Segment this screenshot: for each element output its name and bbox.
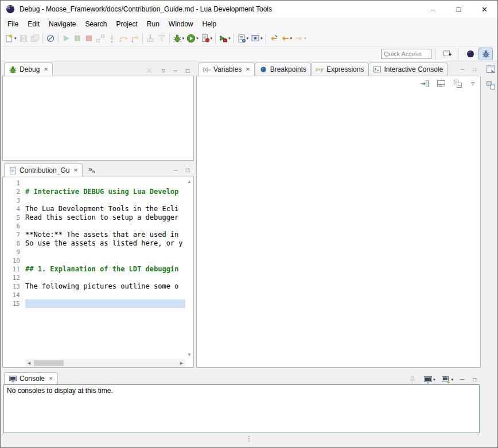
menu-search[interactable]: Search — [80, 18, 111, 30]
dropdown-arrow-icon[interactable]: ▾ — [14, 36, 17, 41]
suspend-button[interactable] — [72, 32, 83, 45]
close-button[interactable]: ✕ — [472, 1, 497, 18]
line-number[interactable]: 11 — [3, 265, 25, 274]
disconnect-button[interactable] — [95, 32, 106, 45]
collapse-all-button[interactable] — [452, 77, 464, 90]
menu-run[interactable]: Run — [142, 18, 164, 30]
dropdown-arrow-icon[interactable]: ▾ — [290, 36, 293, 41]
restore-view-stack-icon[interactable] — [485, 80, 496, 90]
restore-editor-area-icon[interactable] — [485, 64, 496, 74]
dropdown-arrow-icon[interactable]: ▾ — [228, 36, 231, 41]
tab-console[interactable]: Console ✕ — [4, 372, 58, 384]
minimize-button[interactable]: ─ — [458, 65, 466, 73]
last-edit-location-button[interactable] — [268, 32, 279, 45]
new-wizard-button[interactable]: ▾ — [3, 32, 18, 45]
skip-breakpoints-button[interactable] — [45, 32, 56, 45]
scroll-right-icon[interactable]: ► — [178, 359, 185, 367]
use-step-filters-button[interactable] — [156, 32, 168, 45]
step-into-button[interactable] — [106, 32, 118, 45]
menu-project[interactable]: Project — [111, 18, 142, 30]
line-number[interactable]: 6 — [3, 222, 25, 231]
dropdown-arrow-icon[interactable]: ▾ — [260, 36, 263, 41]
tab-contribution-guide[interactable]: Contribution_Gu ✕ — [4, 163, 83, 177]
line-number[interactable]: 2 — [3, 188, 25, 196]
maximize-button[interactable]: □ — [470, 376, 478, 384]
menu-help[interactable]: Help — [198, 18, 221, 30]
run-history-button[interactable]: ▾ — [200, 32, 214, 45]
hidden-editors-indicator[interactable]: »5 — [88, 165, 95, 174]
dropdown-arrow-icon[interactable]: ▾ — [182, 36, 185, 41]
tab-debug[interactable]: Debug ✕ — [4, 63, 53, 76]
tab-interactive-console[interactable]: Interactive Console — [368, 63, 448, 76]
back-button[interactable]: ▾ — [279, 32, 294, 45]
resume-button[interactable] — [60, 32, 72, 45]
save-all-button[interactable] — [29, 32, 41, 45]
minimize-button[interactable]: – — [420, 1, 446, 18]
editor-content[interactable]: 12# Interactive DEBUG using Lua Develop3… — [2, 177, 194, 368]
show-logical-structure-button[interactable] — [419, 77, 430, 90]
line-number[interactable]: 12 — [3, 274, 25, 282]
tab-breakpoints[interactable]: Breakpoints — [255, 63, 311, 76]
close-tab-icon[interactable]: ✕ — [73, 167, 78, 173]
open-perspective-button[interactable] — [440, 48, 454, 60]
menu-window[interactable]: Window — [164, 18, 198, 30]
maximize-button[interactable]: □ — [470, 65, 478, 73]
line-number[interactable]: 5 — [3, 213, 25, 222]
view-menu-button[interactable]: ▽ — [469, 80, 477, 88]
drop-to-frame-button[interactable] — [145, 32, 156, 45]
editor-text-area[interactable]: 12# Interactive DEBUG using Lua Develop3… — [3, 177, 185, 359]
debug-perspective-button[interactable] — [478, 48, 493, 60]
close-tab-icon[interactable]: ✕ — [246, 67, 250, 72]
editor-vertical-scrollbar[interactable]: ▲ ▼ — [185, 177, 193, 359]
line-number[interactable]: 7 — [3, 231, 25, 239]
close-tab-icon[interactable]: ✕ — [44, 67, 48, 72]
scrollbar-thumb[interactable] — [34, 360, 64, 366]
maximize-button[interactable]: □ — [184, 166, 192, 174]
terminate-button[interactable] — [83, 32, 95, 45]
dropdown-arrow-icon[interactable]: ▾ — [211, 36, 213, 41]
forward-button[interactable]: ▾ — [293, 32, 308, 45]
line-number[interactable]: 15 — [3, 299, 25, 308]
external-tools-button[interactable]: ▾ — [217, 32, 232, 45]
dropdown-arrow-icon[interactable]: ▾ — [304, 36, 306, 41]
ldt-perspective-button[interactable] — [463, 48, 477, 60]
line-number[interactable]: 4 — [3, 205, 25, 213]
menu-edit[interactable]: Edit — [23, 18, 44, 30]
dropdown-arrow-icon[interactable]: ▾ — [247, 36, 249, 41]
scroll-up-icon[interactable]: ▲ — [187, 179, 192, 184]
line-number[interactable]: 10 — [3, 256, 25, 265]
scroll-down-icon[interactable]: ▼ — [187, 352, 192, 357]
close-tab-icon[interactable]: ✕ — [49, 376, 53, 381]
menu-file[interactable]: File — [3, 18, 23, 30]
line-number[interactable]: 3 — [3, 196, 25, 205]
minimize-button[interactable]: ─ — [458, 376, 466, 384]
tab-expressions[interactable]: x+yExpressions — [311, 63, 368, 76]
menu-navigate[interactable]: Navigate — [44, 18, 80, 30]
line-number[interactable]: 1 — [3, 179, 25, 188]
dropdown-arrow-icon[interactable]: ▾ — [196, 36, 199, 41]
maximize-button[interactable]: □ — [446, 1, 472, 18]
line-number[interactable]: 13 — [3, 282, 25, 291]
maximize-button[interactable]: □ — [184, 67, 192, 76]
line-number[interactable]: 8 — [3, 239, 25, 248]
view-menu-button[interactable]: ▽ — [159, 67, 168, 76]
save-button[interactable] — [18, 32, 29, 45]
new-lua-file-button[interactable]: ▾ — [236, 32, 250, 45]
step-over-button[interactable] — [118, 32, 129, 45]
line-number[interactable]: 9 — [3, 248, 25, 256]
open-lua-element-button[interactable]: ▾ — [250, 32, 264, 45]
scroll-left-icon[interactable]: ◄ — [25, 359, 33, 367]
minimize-button[interactable]: ─ — [172, 166, 180, 174]
run-button[interactable]: ▾ — [185, 32, 200, 45]
quick-access-input[interactable] — [381, 49, 431, 59]
minimize-button[interactable]: ─ — [172, 67, 180, 76]
dropdown-arrow-icon[interactable]: ▾ — [451, 377, 453, 382]
line-number[interactable]: 14 — [3, 291, 25, 299]
debug-button[interactable]: ▾ — [172, 32, 186, 45]
show-details-pane-button[interactable] — [435, 77, 447, 90]
tab-variables[interactable]: (x)=Variables✕ — [198, 63, 255, 76]
dropdown-arrow-icon[interactable]: ▾ — [433, 377, 435, 382]
step-return-button[interactable] — [129, 32, 141, 45]
sash-gripper[interactable] — [248, 436, 250, 442]
editor-horizontal-scrollbar[interactable]: ◄ ► — [25, 359, 185, 367]
